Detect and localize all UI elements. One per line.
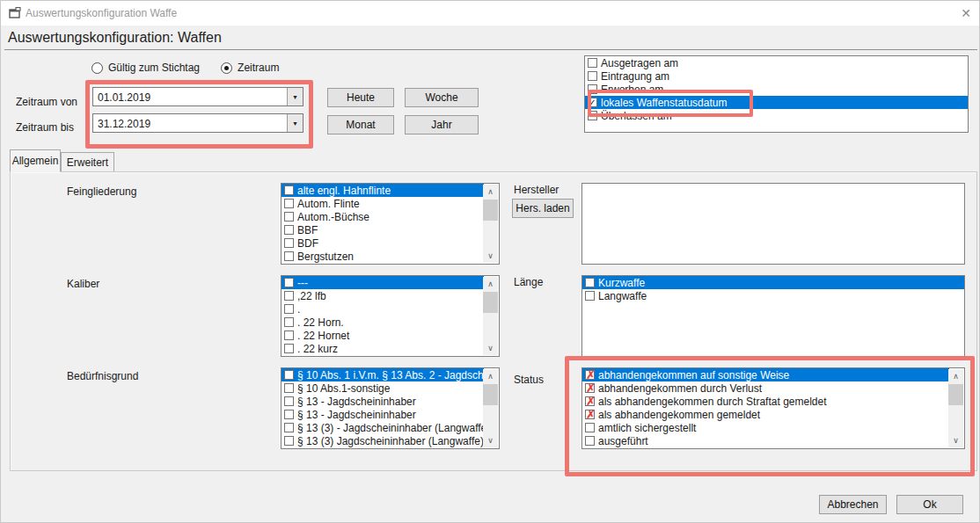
list-item[interactable]: Ausgetragen am (585, 56, 968, 69)
tab-allgemein[interactable]: Allgemein (10, 149, 61, 172)
list-item[interactable]: BDF (282, 236, 484, 250)
list-item[interactable]: alte engl. Hahnflinte (282, 184, 484, 197)
unchecked-checkbox-icon[interactable] (585, 436, 595, 446)
scroll-down-icon[interactable]: ∨ (483, 249, 498, 263)
scroll-thumb[interactable] (483, 384, 498, 405)
scroll-up-icon[interactable]: ∧ (948, 369, 963, 383)
checked-checkbox-icon[interactable]: ✗ (585, 383, 595, 393)
list-item[interactable]: Eintragung am (585, 69, 968, 83)
unchecked-checkbox-icon[interactable] (284, 291, 294, 301)
close-icon[interactable]: ✕ (956, 4, 976, 22)
list-item[interactable]: Kurzwaffe (582, 276, 964, 289)
unchecked-checkbox-icon[interactable] (588, 84, 597, 94)
unchecked-checkbox-icon[interactable] (284, 383, 294, 393)
hersteller-laden-button[interactable]: Hers. laden (512, 199, 574, 218)
scroll-down-icon[interactable]: ∨ (483, 433, 498, 447)
list-item[interactable]: Autom. Flinte (282, 197, 484, 210)
kaliber-listbox[interactable]: ---,22 lfb.. 22 Horn.. 22 Hornet. 22 kur… (281, 275, 500, 357)
unchecked-checkbox-icon[interactable] (284, 396, 294, 406)
unchecked-checkbox-icon[interactable] (284, 225, 294, 235)
unchecked-checkbox-icon[interactable] (284, 304, 294, 314)
scroll-down-icon[interactable]: ∨ (483, 341, 498, 355)
unchecked-checkbox-icon[interactable] (284, 410, 294, 419)
unchecked-checkbox-icon[interactable] (284, 317, 294, 327)
unchecked-checkbox-icon[interactable] (284, 423, 294, 432)
feingliederung-listbox[interactable]: alte engl. HahnflinteAutom. FlinteAutom.… (281, 183, 500, 265)
checked-checkbox-icon[interactable]: ✓ (588, 98, 597, 107)
unchecked-checkbox-icon[interactable] (284, 238, 294, 248)
list-item[interactable]: Bergstutzen (282, 250, 484, 263)
list-item[interactable]: § 10 Abs.1-sonstige (282, 381, 484, 395)
list-item[interactable]: amtlich sichergestellt (582, 421, 949, 434)
unchecked-checkbox-icon[interactable] (585, 278, 595, 287)
dropdown-arrow-icon[interactable]: ▼ (287, 88, 303, 105)
list-item[interactable]: ✗abhandengekommen auf sonstige Weise (582, 368, 949, 381)
unchecked-checkbox-icon[interactable] (588, 71, 597, 81)
unchecked-checkbox-icon[interactable] (585, 423, 595, 432)
date-type-listbox[interactable]: Ausgetragen amEintragung amErworben am✓l… (584, 55, 969, 133)
list-item[interactable]: . 22 Hornet (282, 329, 484, 342)
scroll-thumb[interactable] (483, 292, 498, 313)
unchecked-checkbox-icon[interactable] (585, 291, 595, 301)
laenge-listbox[interactable]: KurzwaffeLangwaffe (581, 275, 965, 357)
list-item[interactable]: ausgeführt (582, 434, 949, 447)
date-to-combobox[interactable]: 31.12.2019 ▼ (92, 113, 304, 133)
jahr-button[interactable]: Jahr (405, 115, 479, 134)
unchecked-checkbox-icon[interactable] (284, 251, 294, 261)
unchecked-checkbox-icon[interactable] (284, 212, 294, 222)
unchecked-checkbox-icon[interactable] (284, 185, 294, 195)
unchecked-checkbox-icon[interactable] (284, 344, 294, 353)
list-item[interactable]: --- (282, 276, 484, 289)
list-item[interactable]: § 13 - Jagdscheininhaber (282, 408, 484, 421)
scroll-up-icon[interactable]: ∧ (483, 277, 498, 291)
list-item[interactable]: Erworben am (585, 83, 968, 96)
radio-gueltig-zum-stichtag[interactable] (91, 62, 103, 74)
list-item[interactable]: ✓lokales Waffenstatusdatum (585, 96, 968, 109)
scrollbar[interactable]: ∧ ∨ (483, 369, 498, 447)
monat-button[interactable]: Monat (327, 115, 394, 134)
dropdown-arrow-icon[interactable]: ▼ (287, 114, 303, 132)
list-item[interactable]: § 13 (3) - Jagdscheininhaber (Langwaffe) (282, 421, 484, 434)
unchecked-checkbox-icon[interactable] (588, 111, 597, 120)
beduerfnisgrund-listbox[interactable]: § 10 Abs. 1 i.V.m. § 13 Abs. 2 - Jagdsch… (281, 367, 500, 449)
unchecked-checkbox-icon[interactable] (284, 278, 294, 287)
unchecked-checkbox-icon[interactable] (284, 331, 294, 340)
abbrechen-button[interactable]: Abbrechen (819, 495, 887, 514)
list-item[interactable]: BBF (282, 223, 484, 236)
list-item[interactable]: § 13 (3) Jagdscheininhaber (Langwaffe) (282, 434, 484, 447)
checked-checkbox-icon[interactable]: ✗ (585, 396, 595, 406)
scrollbar[interactable]: ∧ ∨ (483, 185, 498, 263)
radio-zeitraum[interactable] (221, 62, 232, 74)
ok-button[interactable]: Ok (896, 495, 963, 514)
scroll-up-icon[interactable]: ∧ (483, 185, 498, 199)
scroll-thumb[interactable] (483, 200, 498, 221)
date-from-combobox[interactable]: 01.01.2019 ▼ (92, 87, 304, 106)
unchecked-checkbox-icon[interactable] (284, 436, 294, 446)
unchecked-checkbox-icon[interactable] (284, 199, 294, 208)
unchecked-checkbox-icon[interactable] (588, 58, 597, 68)
woche-button[interactable]: Woche (405, 88, 479, 107)
scroll-thumb[interactable] (948, 384, 963, 405)
scroll-down-icon[interactable]: ∨ (948, 433, 963, 447)
list-item[interactable]: ✗abhandengekommen durch Verlust (582, 381, 949, 395)
scrollbar[interactable]: ∧ ∨ (483, 277, 498, 355)
list-item[interactable]: ✗als abhandengekommen gemeldet (582, 408, 949, 421)
list-item[interactable]: . (282, 302, 484, 316)
list-item[interactable]: Überlassen am (585, 109, 968, 122)
hersteller-listbox[interactable] (581, 183, 965, 265)
checked-checkbox-icon[interactable]: ✗ (585, 410, 595, 419)
list-item[interactable]: § 10 Abs. 1 i.V.m. § 13 Abs. 2 - Jagdsch… (282, 368, 484, 381)
list-item[interactable]: . 22 Horn. (282, 316, 484, 329)
heute-button[interactable]: Heute (327, 88, 394, 107)
unchecked-checkbox-icon[interactable] (284, 370, 294, 380)
scrollbar[interactable]: ∧ ∨ (948, 369, 963, 447)
scroll-up-icon[interactable]: ∧ (483, 369, 498, 383)
list-item[interactable]: Langwaffe (582, 289, 964, 302)
tab-erweitert[interactable]: Erweitert (61, 152, 114, 172)
list-item[interactable]: § 13 - Jagdscheininhaber (282, 395, 484, 408)
list-item[interactable]: . 22 kurz (282, 342, 484, 355)
list-item[interactable]: ✗als abhandengekommen durch Straftat gem… (582, 395, 949, 408)
status-listbox[interactable]: ✗abhandengekommen auf sonstige Weise✗abh… (581, 367, 965, 449)
checked-checkbox-icon[interactable]: ✗ (585, 370, 595, 380)
list-item[interactable]: Autom.-Büchse (282, 210, 484, 223)
